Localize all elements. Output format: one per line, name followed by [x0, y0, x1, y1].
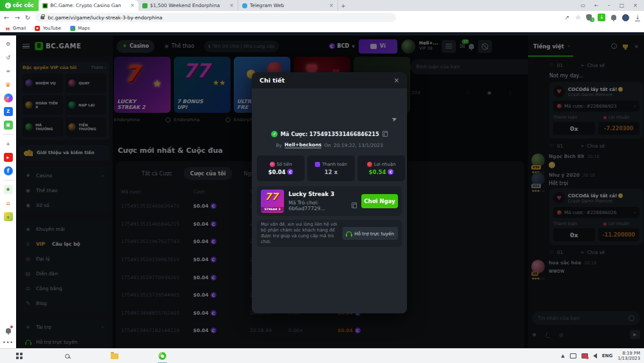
download-extension-icon[interactable]: ↓: [598, 14, 605, 21]
rail-divider: [3, 134, 14, 135]
speaker-icon[interactable]: [593, 353, 597, 358]
bet-author-name[interactable]: Hell+beckons: [285, 142, 321, 148]
tab-title: BC.Game: Crypto Casino Gan: [50, 3, 128, 8]
adblock-shield-icon[interactable]: 1: [586, 14, 592, 21]
bookmark-item[interactable]: MGmail: [5, 26, 26, 31]
live-support-label: Hỗ trợ trực tuyến: [354, 231, 394, 237]
start-button[interactable]: [14, 351, 24, 361]
history-icon[interactable]: ↺: [4, 53, 13, 62]
tab-close-icon[interactable]: ×: [130, 3, 135, 8]
new-tab-button[interactable]: +: [338, 0, 348, 11]
stat-icon: [315, 162, 320, 167]
close-button[interactable]: ×: [633, 3, 638, 8]
taskbar-search-icon[interactable]: [62, 351, 72, 361]
bet-stat-value: $0.54C: [369, 169, 394, 175]
cast-icon[interactable]: ▭: [580, 3, 585, 8]
shop-icon[interactable]: ❀: [4, 185, 13, 194]
on-label: On: [324, 142, 331, 148]
recorder-tray-icon[interactable]: [582, 353, 588, 358]
brand-label: cốc cốc: [13, 3, 34, 8]
cart-icon[interactable]: ⌂: [4, 199, 13, 208]
settings-gear-icon[interactable]: ⚙: [4, 39, 13, 48]
bet-id-text: Mã Cược: 1754913531466846215: [280, 131, 379, 137]
newsfeed-icon[interactable]: ≡: [4, 66, 13, 75]
coccoc-brand: c cốc cốc: [0, 0, 39, 11]
reload-icon[interactable]: ↻: [25, 14, 30, 21]
messenger-icon[interactable]: ⚡: [4, 93, 13, 103]
copy-icon[interactable]: [384, 132, 388, 137]
share-icon[interactable]: ↗: [565, 14, 570, 21]
browser-chrome: c cốc cốc BC.Game: Crypto Casino Gan×$1,…: [0, 0, 644, 32]
live-support-button[interactable]: Hỗ trợ trực tuyến: [343, 227, 398, 240]
by-label: By: [276, 142, 282, 148]
youtube-icon[interactable]: ▶: [4, 153, 13, 162]
browser-profile-avatar[interactable]: [622, 14, 629, 21]
file-explorer-icon[interactable]: [109, 351, 120, 361]
bcd-coin-icon: C: [388, 169, 393, 175]
downloads-tray-icon[interactable]: ↓: [635, 14, 640, 21]
copy-icon[interactable]: [353, 204, 357, 208]
tab-close-icon[interactable]: ×: [229, 3, 234, 8]
notification-bell-icon[interactable]: [611, 15, 616, 20]
play-now-button[interactable]: Chơi Ngay: [361, 194, 398, 208]
browser-tab[interactable]: $1,500 Weekend Endorphina×: [138, 0, 238, 11]
facebook-icon[interactable]: f: [4, 166, 13, 175]
tray-chevron-icon[interactable]: ▲: [561, 353, 564, 358]
headset-icon: [346, 231, 352, 235]
address-bar[interactable]: bc.game/vi/game/lucky-streak-3-by-endorp…: [35, 13, 396, 22]
modal-header: Chi tiết ×: [252, 72, 407, 88]
browser-tab[interactable]: Telegram Web×: [238, 0, 338, 11]
address-toolbar: ← → ↻ bc.game/vi/game/lucky-streak-3-by-…: [0, 11, 644, 24]
add-shortcut-icon[interactable]: +: [4, 139, 13, 148]
rail-more-icon[interactable]: •••: [3, 340, 14, 346]
tab-favicon: [43, 3, 48, 8]
minimize-button[interactable]: –: [608, 3, 611, 8]
tab-close-icon[interactable]: ×: [329, 3, 334, 8]
game-name: Lucky Streak 3: [289, 191, 357, 197]
bet-stats: Số tiền$0.04CThanh toán12 xLợi nhuận$0.5…: [257, 155, 405, 181]
tab-favicon: [242, 3, 247, 8]
bookmarks-bar: MGmail▶YouTubeMaps: [0, 24, 644, 32]
system-tray: ▲ ENG 8:19 PM 1/13/2023: [561, 351, 644, 362]
promo-tile-icon[interactable]: ✦: [4, 212, 13, 221]
tab-title: Telegram Web: [250, 3, 327, 8]
tab-favicon: [142, 3, 147, 8]
back-to-app-icon[interactable]: ←: [594, 3, 599, 8]
bet-stat-value: 12 x: [325, 169, 337, 175]
bookmark-label: YouTube: [43, 26, 61, 31]
bookmark-item[interactable]: ▶YouTube: [35, 26, 61, 31]
url-text: bc.game/vi/game/lucky-streak-3-by-endorp…: [48, 15, 162, 21]
bet-stat-label: Thanh toán: [315, 162, 347, 167]
support-note-text: Mọi vấn đề, xin vui lòng liên hệ với bộ …: [261, 222, 339, 246]
thumb-number: 77: [265, 191, 278, 202]
zalo-icon[interactable]: Z: [4, 107, 13, 116]
bet-stat-label: Số tiền: [270, 162, 292, 167]
game-thumbnail[interactable]: 77 STREAK 3: [261, 190, 284, 213]
modal-share-icon[interactable]: ➤: [390, 115, 398, 123]
rail-bell-icon[interactable]: [4, 326, 13, 335]
tab-title: $1,500 Weekend Endorphina: [150, 3, 227, 8]
back-icon[interactable]: ←: [4, 14, 9, 21]
bookmark-favicon: M: [5, 26, 10, 31]
stat-icon: [367, 162, 372, 167]
games-icon[interactable]: ▣: [4, 121, 13, 130]
maximize-button[interactable]: □: [620, 3, 625, 8]
stat-icon: [270, 162, 275, 167]
bet-datetime: 20:19:22, 13/1/2023: [334, 142, 383, 148]
browser-tab[interactable]: BC.Game: Crypto Casino Gan×: [39, 0, 138, 11]
display-tray-icon[interactable]: [570, 353, 576, 358]
bet-stat-label: Lợi nhuận: [367, 162, 395, 167]
vip-crown-icon[interactable]: ♛: [4, 80, 13, 89]
taskbar-clock[interactable]: 8:19 PM 1/13/2023: [618, 351, 640, 362]
tab-strip: c cốc cốc BC.Game: Crypto Casino Gan×$1,…: [0, 0, 644, 11]
forward-icon[interactable]: →: [14, 14, 19, 21]
bookmark-item[interactable]: Maps: [70, 26, 90, 31]
bet-stat-1: Thanh toán12 x: [307, 155, 355, 181]
bet-stat-0: Số tiền$0.04C: [257, 155, 305, 181]
bookmark-star-icon[interactable]: ☆: [575, 14, 580, 21]
modal-close-icon[interactable]: ×: [394, 77, 399, 84]
coccoc-taskbar-icon[interactable]: [157, 351, 167, 361]
rail-divider: [3, 180, 14, 181]
bookmark-favicon: ▶: [35, 26, 40, 31]
language-indicator[interactable]: ENG: [602, 353, 612, 358]
